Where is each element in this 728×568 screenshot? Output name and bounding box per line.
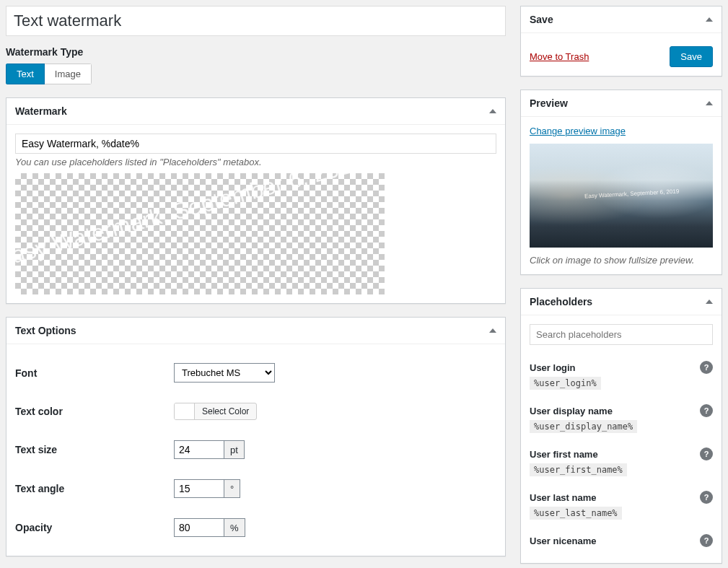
change-preview-link[interactable]: Change preview image — [530, 126, 626, 136]
help-icon[interactable]: ? — [700, 534, 713, 547]
collapse-icon[interactable] — [706, 300, 713, 304]
placeholder-item: User display name?%user_display_name% — [530, 397, 713, 440]
preview-panel-title: Preview — [530, 97, 568, 109]
text-color-label: Text color — [15, 406, 174, 417]
collapse-icon[interactable] — [706, 101, 713, 105]
placeholder-label: User login — [530, 362, 576, 373]
watermark-type-toggle: Text Image — [6, 64, 92, 84]
collapse-icon[interactable] — [489, 328, 496, 333]
preview-caption: Click on image to show fullsize preview. — [530, 255, 713, 266]
search-placeholders-input[interactable] — [530, 324, 713, 345]
save-panel: Save Move to Trash Save — [520, 6, 722, 77]
watermark-preview-canvas: Easy Watermark, September 6, 2019 — [15, 173, 385, 294]
font-select[interactable]: Trebuchet MS — [174, 363, 275, 383]
move-to-trash-link[interactable]: Move to Trash — [530, 51, 589, 62]
opacity-label: Opacity — [15, 522, 174, 533]
text-angle-input[interactable] — [174, 479, 224, 498]
placeholders-title: Placeholders — [530, 296, 592, 307]
color-swatch — [175, 403, 195, 419]
font-label: Font — [15, 367, 174, 379]
placeholders-panel: Placeholders User login?%user_login%User… — [520, 288, 722, 564]
placeholder-item: User last name?%user_last_name% — [530, 484, 713, 527]
type-text-button[interactable]: Text — [6, 64, 45, 84]
watermark-type-label: Watermark Type — [6, 46, 506, 58]
preview-panel: Preview Change preview image Easy Waterm… — [520, 89, 722, 275]
placeholder-label: User display name — [530, 406, 613, 416]
save-panel-title: Save — [530, 14, 553, 25]
help-icon[interactable]: ? — [700, 491, 713, 504]
placeholder-code[interactable]: %user_last_name% — [530, 507, 622, 520]
title-input[interactable] — [6, 6, 506, 36]
text-options-title: Text Options — [15, 325, 76, 336]
help-icon[interactable]: ? — [700, 404, 713, 417]
placeholder-code[interactable]: %user_first_name% — [530, 463, 627, 476]
opacity-input[interactable] — [174, 518, 224, 537]
text-size-label: Text size — [15, 444, 174, 455]
text-size-unit: pt — [224, 440, 245, 459]
watermark-preview-text: Easy Watermark, September 6, 2019 — [15, 173, 367, 273]
text-options-panel: Text Options Font Trebuchet MS Text colo… — [6, 317, 506, 556]
preview-watermark-overlay: Easy Watermark, September 6, 2019 — [584, 188, 680, 199]
select-color-label: Select Color — [195, 403, 256, 419]
text-size-input[interactable] — [174, 440, 224, 459]
collapse-icon[interactable] — [489, 109, 496, 113]
select-color-button[interactable]: Select Color — [174, 403, 257, 420]
placeholder-code[interactable]: %user_display_name% — [530, 420, 637, 433]
opacity-unit: % — [224, 518, 245, 537]
text-angle-label: Text angle — [15, 483, 174, 494]
preview-image[interactable]: Easy Watermark, September 6, 2019 — [530, 144, 713, 248]
text-angle-unit: ° — [224, 479, 240, 498]
placeholder-item: User first name?%user_first_name% — [530, 440, 713, 484]
placeholder-item: User login?%user_login% — [530, 354, 713, 397]
help-icon[interactable]: ? — [700, 447, 713, 460]
watermark-hint: You can use placeholders listed in "Plac… — [15, 157, 496, 167]
placeholder-label: User last name — [530, 492, 597, 503]
placeholder-item: User nicename? — [530, 527, 713, 554]
watermark-text-input[interactable] — [15, 134, 496, 154]
help-icon[interactable]: ? — [700, 361, 713, 374]
placeholder-label: User first name — [530, 449, 598, 460]
placeholder-label: User nicename — [530, 536, 597, 546]
watermark-panel-title: Watermark — [15, 105, 67, 117]
placeholder-code[interactable]: %user_login% — [530, 377, 601, 390]
save-button[interactable]: Save — [670, 46, 713, 67]
type-image-button[interactable]: Image — [45, 64, 92, 84]
collapse-icon[interactable] — [706, 17, 713, 22]
watermark-panel: Watermark You can use placeholders liste… — [6, 97, 506, 304]
